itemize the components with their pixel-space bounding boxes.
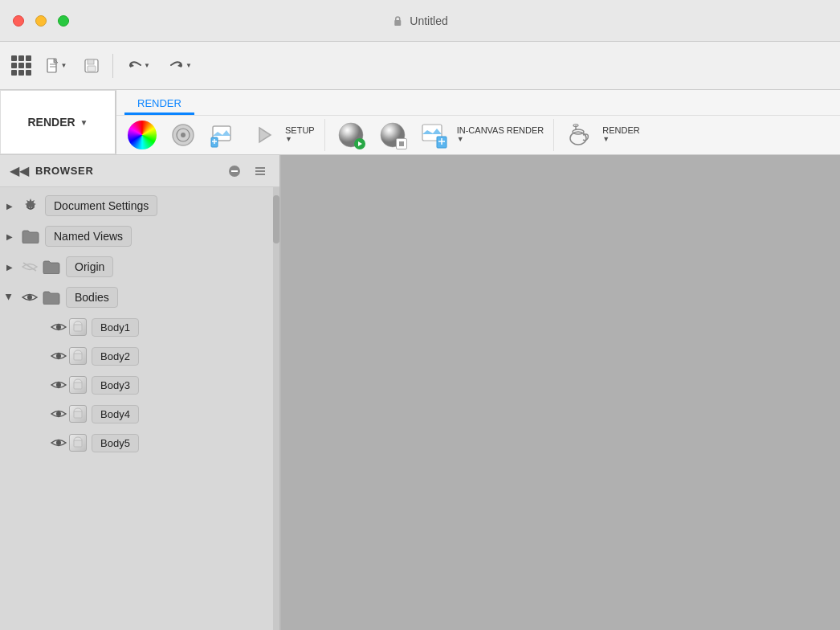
svg-rect-46: [74, 411, 82, 418]
body-item-body2[interactable]: Body2: [0, 342, 279, 370]
browser-back-button[interactable]: ◀◀: [10, 163, 29, 178]
browser-panels-button[interactable]: [251, 162, 270, 181]
main-toolbar: ▼ ▼ ▼: [0, 42, 840, 90]
eye-body1-icon[interactable]: [48, 317, 69, 338]
in-canvas-dropdown: ▼: [457, 135, 544, 143]
undo-icon: [128, 59, 142, 72]
browser-panel: ◀◀ BROWSER ▶: [0, 155, 281, 630]
chevron-origin: ▶: [0, 257, 19, 276]
render-tabs-section: RENDER: [116, 90, 840, 154]
browser-minus-button[interactable]: [225, 162, 244, 181]
maximize-button[interactable]: [58, 15, 69, 27]
redo-dropdown-arrow: ▼: [186, 62, 192, 69]
teapot-icon: [565, 121, 594, 149]
in-canvas-settings-button[interactable]: [373, 119, 412, 151]
svg-point-34: [27, 295, 32, 300]
minus-icon: [228, 165, 241, 178]
panels-icon: [254, 165, 267, 178]
visibility-origin-icon[interactable]: [19, 256, 40, 277]
save-button[interactable]: [77, 51, 106, 80]
in-canvas-render-group: IN-CANVAS RENDER ▼: [332, 119, 555, 151]
image-export-button[interactable]: [205, 120, 242, 150]
named-views-label: Named Views: [45, 226, 132, 247]
tree-item-bodies[interactable]: ▶ Bodies: [0, 282, 279, 313]
undo-dropdown-arrow: ▼: [144, 62, 150, 69]
scroll-thumb[interactable]: [273, 195, 279, 243]
new-file-icon: [46, 58, 60, 74]
redo-button[interactable]: ▼: [161, 51, 200, 80]
folder-named-views-icon: [19, 225, 42, 248]
eye-body4-icon[interactable]: [48, 403, 69, 424]
image-export-icon: [210, 121, 237, 149]
body-item-body4[interactable]: Body4: [0, 399, 279, 428]
svg-rect-0: [394, 20, 401, 26]
vertical-scrollbar[interactable]: [273, 187, 279, 630]
tab-render[interactable]: RENDER: [124, 92, 194, 115]
visibility-bodies-icon[interactable]: [19, 287, 40, 308]
image-save-button[interactable]: [415, 119, 454, 151]
tree-item-document-settings[interactable]: ▶ Document Settings: [0, 190, 279, 221]
folder-origin-icon: [40, 256, 63, 278]
color-wheel-icon: [128, 121, 157, 149]
folder-bodies-icon: [40, 286, 63, 309]
window-title: Untitled: [410, 14, 447, 27]
redo-icon: [169, 59, 184, 72]
render-mode-label: RENDER: [27, 116, 75, 129]
main-area: ◀◀ BROWSER ▶: [0, 155, 840, 630]
eye-body2-icon[interactable]: [48, 346, 69, 366]
svg-point-38: [56, 354, 61, 358]
render-icons-bar: SETUP ▼: [116, 116, 840, 154]
in-canvas-render-play-button[interactable]: [332, 119, 370, 151]
body4-shape-icon: [69, 405, 87, 423]
toolbar-divider: [112, 54, 113, 78]
setup-label: SETUP: [285, 125, 315, 135]
body-item-body3[interactable]: Body3: [0, 370, 279, 399]
in-canvas-render-play-icon: [336, 121, 365, 149]
viewport-icon: [250, 121, 277, 149]
svg-rect-37: [74, 325, 82, 331]
save-icon: [84, 58, 100, 74]
svg-point-44: [56, 411, 61, 416]
browser-header: ◀◀ BROWSER: [0, 155, 279, 187]
in-canvas-settings-icon: [378, 121, 407, 149]
svg-marker-14: [259, 128, 271, 142]
tree-item-named-views[interactable]: ▶ Named Views: [0, 221, 279, 252]
body3-label: Body3: [92, 376, 139, 395]
svg-rect-40: [74, 354, 82, 360]
eye-body5-icon[interactable]: [48, 432, 69, 453]
document-settings-label: Document Settings: [45, 195, 157, 216]
teapot-button[interactable]: [561, 119, 599, 151]
body-item-body5[interactable]: Body5: [0, 428, 279, 457]
new-file-button[interactable]: ▼: [39, 51, 74, 80]
tree-item-origin[interactable]: ▶ Origin: [0, 252, 279, 282]
gear-icon: [19, 194, 42, 217]
body1-shape-icon: [69, 318, 87, 336]
browser-content: ▶ Document Settings ▶ Named Views: [0, 187, 279, 630]
body-item-body1[interactable]: Body1: [0, 313, 279, 342]
in-canvas-render-label: IN-CANVAS RENDER: [457, 125, 544, 135]
grid-view-button[interactable]: [6, 51, 35, 80]
render-settings-icon: [169, 121, 197, 149]
minimize-button[interactable]: [35, 15, 47, 27]
render-mode-dropdown-arrow: ▼: [80, 118, 88, 127]
close-button[interactable]: [13, 15, 24, 27]
chevron-bodies: ▶: [0, 288, 19, 307]
viewport-button[interactable]: [245, 120, 282, 150]
svg-point-35: [56, 325, 61, 329]
color-wheel-button[interactable]: [123, 119, 161, 151]
setup-dropdown: ▼: [285, 135, 315, 143]
render-final-label: RENDER: [602, 125, 639, 135]
svg-point-11: [181, 133, 186, 137]
svg-point-41: [56, 382, 61, 387]
render-mode-button[interactable]: RENDER ▼: [0, 90, 116, 154]
title-bar: Untitled: [0, 0, 840, 42]
render-final-dropdown: ▼: [602, 135, 639, 143]
lock-icon: [392, 15, 403, 27]
svg-point-47: [56, 440, 61, 445]
chevron-named-views: ▶: [0, 227, 19, 246]
undo-button[interactable]: ▼: [120, 51, 158, 80]
setup-group: SETUP ▼: [123, 119, 325, 151]
render-settings-button[interactable]: [165, 120, 202, 150]
svg-rect-5: [88, 59, 94, 64]
eye-body3-icon[interactable]: [48, 374, 69, 395]
